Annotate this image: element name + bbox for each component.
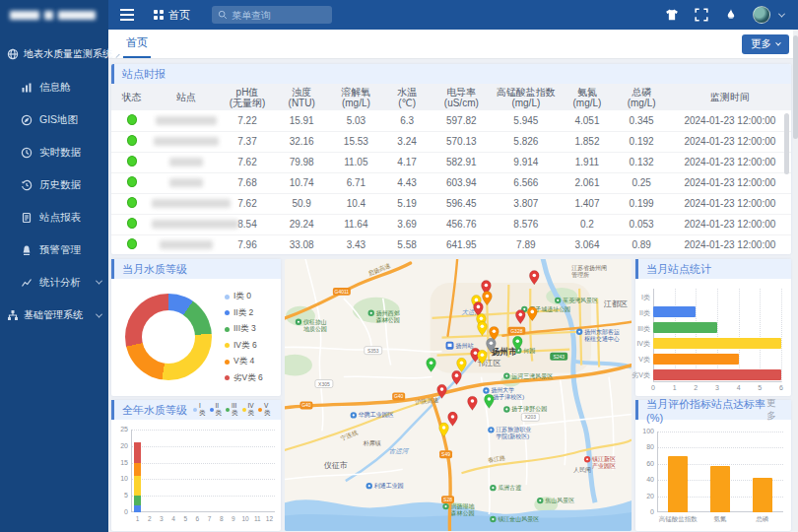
year-grade-chart[interactable]: 0510152025123456789101112 [131, 430, 275, 512]
menu-search-box[interactable] [212, 6, 332, 24]
legend-item[interactable]: III类 3 [225, 323, 263, 335]
legend-dot [242, 408, 246, 412]
table-row[interactable]: 8.5429.2411.643.69456.768.5760.20.053202… [111, 214, 791, 234]
sidebar-item-信息舱[interactable]: 信息舱 [0, 71, 108, 103]
theme-skin-icon[interactable] [664, 8, 679, 23]
station-marker-green[interactable] [427, 358, 436, 371]
sidebar-item-预警管理[interactable]: 预警管理 [0, 233, 108, 266]
table-scrollbar[interactable] [784, 113, 789, 174]
table-row[interactable]: 7.3732.1615.533.24570.135.8261.8520.1922… [111, 131, 791, 152]
sidebar-section-0[interactable]: 地表水质量监测系统 [0, 37, 108, 71]
map-poi[interactable] [576, 329, 582, 335]
legend-item[interactable]: I类 0 [225, 291, 263, 302]
fullscreen-icon[interactable] [694, 8, 708, 23]
sidebar-item-历史数据[interactable]: 历史数据 [0, 168, 108, 201]
year-legend-item[interactable]: V类 [258, 402, 271, 418]
table-row[interactable]: 7.6250.910.45.19596.453.8071.4070.199202… [111, 193, 791, 214]
map-poi[interactable] [368, 310, 374, 316]
map-poi[interactable] [446, 342, 454, 350]
year-legend-item[interactable]: I类 [193, 402, 206, 418]
legend-item[interactable]: IV类 6 [225, 340, 263, 352]
menu-search-input[interactable] [232, 10, 320, 21]
map-poi-label: 扬州大学(扬子津校区) [491, 387, 524, 402]
stack-segment-V类[interactable] [134, 463, 141, 476]
hbar-V类[interactable] [653, 354, 739, 365]
cell-value: 596.45 [431, 193, 492, 214]
map-poi[interactable] [503, 372, 509, 378]
table-row[interactable]: 7.6810.746.714.43603.946.5662.0610.25202… [111, 172, 791, 193]
year-legend-item[interactable]: II类 [210, 402, 223, 418]
map-label: 古运河 [389, 447, 410, 454]
map-poi-label: 扬子津野公园 [511, 405, 547, 413]
map-poi[interactable] [490, 485, 496, 491]
map-poi[interactable] [366, 483, 372, 489]
map-poi[interactable] [296, 319, 301, 325]
table-row[interactable]: 7.2215.915.036.3597.825.9454.0510.345202… [111, 110, 791, 131]
sidebar-section-1[interactable]: 基础管理系统 [0, 299, 108, 332]
table-row[interactable]: 7.9633.083.435.58641.957.893.0640.892024… [111, 234, 791, 254]
month-grade-donut-chart[interactable] [125, 294, 212, 380]
month-station-chart[interactable]: 0123456I类II类III类IV类V类劣V类 [653, 289, 781, 382]
legend-item[interactable]: II类 2 [225, 307, 263, 319]
map-poi[interactable] [584, 456, 590, 462]
station-marker-red[interactable] [468, 396, 478, 410]
map-poi[interactable] [442, 503, 448, 509]
stack-segment-II类[interactable] [134, 505, 141, 512]
sidebar-item-实时数据[interactable]: 实时数据 [0, 136, 108, 168]
sidebar-item-label: 预警管理 [39, 243, 81, 257]
map-poi[interactable] [490, 516, 496, 522]
table-row[interactable]: 7.6279.9811.054.17582.919.9141.9110.1322… [111, 152, 791, 172]
rate-bar-总磷[interactable] [753, 478, 772, 512]
station-marker-red[interactable] [529, 271, 539, 285]
x-tick-label: 6 [193, 515, 202, 522]
stack-segment-劣V类[interactable] [134, 442, 141, 462]
sidebar-item-GIS地图[interactable]: GIS地图 [0, 103, 108, 136]
user-avatar[interactable] [753, 6, 770, 24]
rate-bar-氨氮[interactable] [710, 466, 730, 512]
rate-bar-高锰酸盐指数[interactable] [668, 456, 688, 512]
map-poi[interactable] [351, 412, 357, 418]
stack-segment-III类[interactable] [134, 496, 141, 505]
map-poi[interactable] [537, 498, 543, 503]
map-poi[interactable] [488, 427, 494, 432]
cell-value: 582.91 [431, 152, 492, 172]
station-marker-yellow[interactable] [439, 423, 449, 436]
station-marker-red[interactable] [448, 412, 458, 426]
x-tick-label: 2 [145, 515, 154, 522]
hbar-IV类[interactable] [653, 338, 781, 349]
legend-label: V类 [264, 402, 271, 418]
year-legend-item[interactable]: IV类 [242, 402, 255, 418]
rate-more-link[interactable]: 更多 [766, 397, 783, 423]
sidebar-toggle-button[interactable] [112, 0, 142, 30]
station-marker-red[interactable] [437, 384, 447, 398]
sidebar-item-统计分析[interactable]: 统计分析 [0, 266, 108, 299]
legend-item[interactable]: V类 4 [225, 356, 263, 367]
map-poi[interactable] [503, 406, 509, 412]
map-poi-label: 江苏省扬州闸管理所 [571, 264, 607, 279]
page-scrollbar[interactable] [793, 30, 798, 532]
gis-map[interactable]: G40G40G4011S49G328S353X305S243X203S28扬州市… [285, 259, 632, 531]
sidebar-item-label: GIS地图 [39, 113, 78, 127]
map-poi[interactable] [555, 298, 561, 303]
year-legend-item[interactable]: III类 [226, 402, 238, 418]
map-canvas[interactable]: G40G40G4011S49G328S353X305S243X203S28扬州市… [285, 259, 632, 531]
rate-chart[interactable]: 020406080100高锰酸盐指数氨氮总磷 [657, 432, 783, 512]
map-poi[interactable] [483, 387, 489, 393]
legend-item[interactable]: 劣V类 6 [225, 372, 263, 384]
legend-label: IV类 [248, 402, 255, 418]
stack-segment-IV类[interactable] [134, 476, 141, 496]
more-button[interactable]: 更多 [742, 34, 789, 54]
hbar-III类[interactable] [653, 322, 717, 333]
hbar-II类[interactable] [653, 306, 696, 317]
hbar-劣V类[interactable] [653, 369, 781, 380]
gridline [760, 289, 761, 382]
flame-icon[interactable] [723, 8, 738, 23]
breadcrumb[interactable]: 首页 [154, 8, 190, 23]
tab-home[interactable]: 首页 [123, 35, 151, 58]
user-menu-chevron-icon[interactable] [778, 10, 785, 17]
cell-value: 570.13 [431, 131, 492, 152]
column-header: 总磷(mg/L) [615, 84, 669, 110]
sidebar-item-站点报表[interactable]: 站点报表 [0, 201, 108, 233]
map-poi-label: 茱萸湾风景区 [563, 297, 598, 304]
cell-value: 7.96 [220, 234, 274, 254]
